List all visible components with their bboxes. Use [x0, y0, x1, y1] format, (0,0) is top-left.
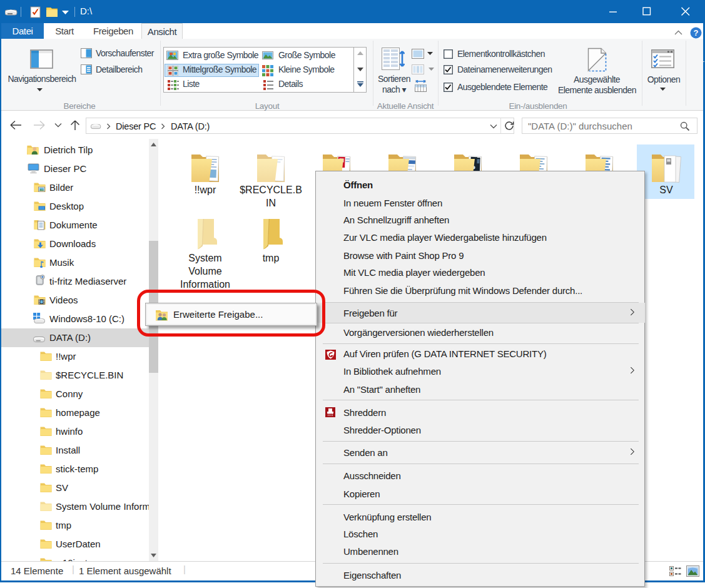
svg-text:?: ?	[694, 28, 699, 38]
